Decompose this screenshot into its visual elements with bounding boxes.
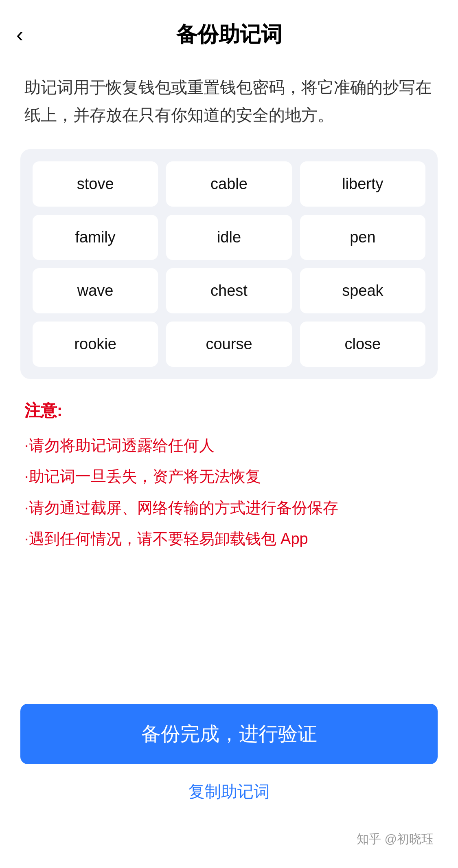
mnemonic-word-8: chest — [166, 268, 291, 313]
mnemonic-word-6: pen — [300, 215, 425, 260]
warning-title: 注意: — [24, 399, 434, 422]
description-text: 助记词用于恢复钱包或重置钱包密码，将它准确的抄写在纸上，并存放在只有你知道的安全… — [0, 57, 458, 149]
mnemonic-word-12: close — [300, 322, 425, 367]
page-title: 备份助记词 — [176, 20, 282, 49]
action-section: 备份完成，进行验证 复制助记词 — [0, 704, 458, 803]
mnemonic-word-2: cable — [166, 161, 291, 207]
warning-item-1: ·请勿将助记词透露给任何人 — [24, 432, 434, 459]
mnemonic-word-3: liberty — [300, 161, 425, 207]
warning-item-3: ·请勿通过截屏、网络传输的方式进行备份保存 — [24, 494, 434, 522]
mnemonic-word-11: course — [166, 322, 291, 367]
header: ‹ 备份助记词 — [0, 0, 458, 57]
mnemonic-word-9: speak — [300, 268, 425, 313]
watermark: 知乎 @初晓珏 — [357, 831, 434, 848]
warning-item-4: ·遇到任何情况，请不要轻易卸载钱包 App — [24, 525, 434, 553]
mnemonic-grid-container: stovecablelibertyfamilyidlepenwavechests… — [20, 149, 438, 379]
warning-section: 注意: ·请勿将助记词透露给任何人·助记词一旦丢失，资产将无法恢复·请勿通过截屏… — [0, 379, 458, 568]
mnemonic-word-1: stove — [33, 161, 158, 207]
mnemonic-word-4: family — [33, 215, 158, 260]
copy-link[interactable]: 复制助记词 — [188, 780, 270, 803]
back-button[interactable]: ‹ — [16, 24, 23, 45]
mnemonic-word-7: wave — [33, 268, 158, 313]
mnemonic-grid: stovecablelibertyfamilyidlepenwavechests… — [33, 161, 425, 367]
mnemonic-word-10: rookie — [33, 322, 158, 367]
verify-button[interactable]: 备份完成，进行验证 — [20, 704, 438, 764]
warning-item-2: ·助记词一旦丢失，资产将无法恢复 — [24, 463, 434, 490]
mnemonic-word-5: idle — [166, 215, 291, 260]
